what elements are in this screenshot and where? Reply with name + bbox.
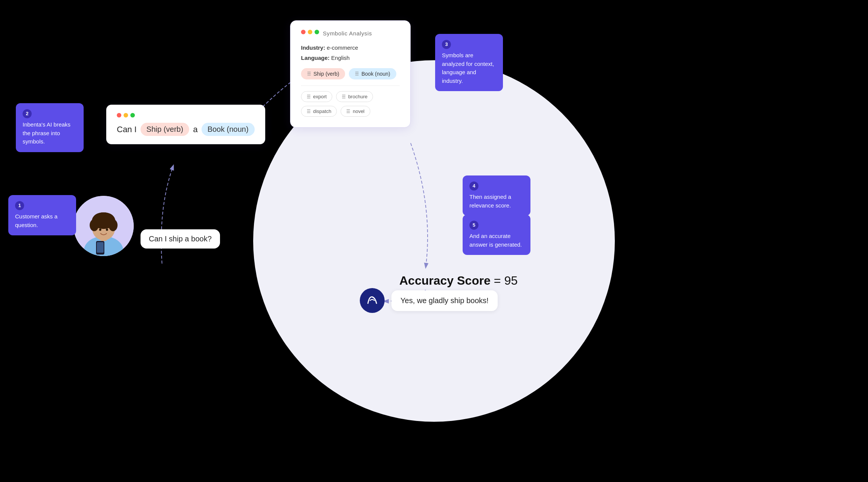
divider	[301, 85, 400, 86]
dot-yellow-2	[308, 30, 312, 34]
phrase-tag-ship: Ship (verb)	[141, 123, 189, 136]
dot-green	[130, 113, 135, 117]
tooltip-num-4: 4	[469, 182, 478, 191]
primary-tags: ☰ Ship (verb) ☰ Book (noun)	[301, 68, 400, 79]
analysis-tag-ship-label: Ship (verb)	[313, 71, 339, 77]
question-bubble: Can I ship a book?	[141, 229, 220, 249]
tooltip-3: 3 Symbols are analyzed for context, lang…	[435, 34, 503, 91]
tag-icon-book: ☰	[355, 71, 359, 76]
accuracy-score: Accuracy Score = 95	[399, 274, 518, 288]
tooltip-text-4: Then assigned a relevance score.	[469, 193, 524, 210]
tooltip-text-5: And an accurate answer is generated.	[469, 232, 524, 249]
phrase-card: Can I Ship (verb) a Book (noun)	[106, 105, 265, 144]
accuracy-label: Accuracy Score	[399, 274, 491, 287]
language-value: English	[331, 55, 350, 61]
answer-section: Yes, we gladly ship books!	[360, 288, 498, 313]
tag-icon-brochure: ☰	[342, 94, 346, 99]
industry-value: e-commerce	[327, 44, 358, 51]
tooltip-2: 2 Inbenta's AI breaks the phrase into sy…	[16, 103, 84, 152]
analysis-dots	[301, 30, 319, 34]
tooltip-text-1: Customer asks a question.	[15, 212, 69, 229]
customer-photo	[73, 196, 134, 256]
analysis-card: Symbolic Analysis Industry: e-commerce L…	[290, 20, 411, 128]
analysis-meta: Industry: e-commerce Language: English	[301, 43, 400, 63]
tooltip-text-3: Symbols are analyzed for context, langua…	[442, 51, 496, 85]
secondary-row-1: ☰ export ☰ brochure	[301, 91, 400, 102]
stag-dispatch: ☰ dispatch	[301, 106, 337, 117]
phrase-text-can: Can I	[117, 125, 137, 134]
stag-novel: ☰ novel	[341, 106, 370, 117]
tag-icon-novel: ☰	[346, 109, 350, 114]
phrase-text-a: a	[193, 125, 197, 134]
tooltip-text-2: Inbenta's AI breaks the phrase into symb…	[23, 120, 77, 146]
tooltip-5: 5 And an accurate answer is generated.	[463, 215, 530, 255]
analysis-card-header: Symbolic Analysis	[301, 30, 400, 37]
industry-label: Industry:	[301, 44, 325, 51]
tooltip-num-1: 1	[15, 201, 24, 210]
analysis-tag-book-label: Book (noun)	[361, 71, 390, 77]
answer-text: Yes, we gladly ship books!	[391, 290, 498, 311]
svg-rect-11	[97, 242, 104, 253]
inbenta-logo-icon	[365, 293, 379, 308]
answer-avatar	[360, 288, 385, 313]
analysis-tag-ship: ☰ Ship (verb)	[301, 68, 345, 79]
phrase-tag-book: Book (noun)	[202, 123, 255, 136]
analysis-tag-book: ☰ Book (noun)	[349, 68, 396, 79]
secondary-tags: ☰ export ☰ brochure ☰ dispatch ☰ novel	[301, 91, 400, 117]
stag-brochure: ☰ brochure	[336, 91, 373, 102]
tooltip-num-5: 5	[469, 221, 478, 230]
customer-section: Can I ship a book?	[73, 196, 220, 256]
language-label: Language:	[301, 55, 330, 61]
tooltip-1: 1 Customer asks a question.	[8, 195, 76, 235]
phrase-row: Can I Ship (verb) a Book (noun)	[117, 123, 255, 136]
stag-export: ☰ export	[301, 91, 332, 102]
svg-point-9	[106, 229, 108, 231]
dot-yellow	[124, 113, 128, 117]
dot-red-2	[301, 30, 306, 34]
svg-point-7	[93, 212, 114, 224]
secondary-row-2: ☰ dispatch ☰ novel	[301, 106, 400, 117]
analysis-title: Symbolic Analysis	[323, 30, 372, 37]
tooltip-num-3: 3	[442, 40, 451, 49]
dot-red	[117, 113, 121, 117]
tooltip-4: 4 Then assigned a relevance score.	[463, 175, 530, 216]
accuracy-value: = 95	[491, 274, 518, 287]
customer-avatar-svg	[73, 196, 134, 256]
dot-green-2	[315, 30, 319, 34]
window-dots	[117, 113, 255, 117]
tag-icon-dispatch: ☰	[307, 109, 311, 114]
svg-point-8	[99, 229, 101, 231]
tag-icon-ship: ☰	[307, 71, 311, 76]
tag-icon-export: ☰	[307, 94, 311, 99]
tooltip-num-2: 2	[23, 109, 32, 118]
